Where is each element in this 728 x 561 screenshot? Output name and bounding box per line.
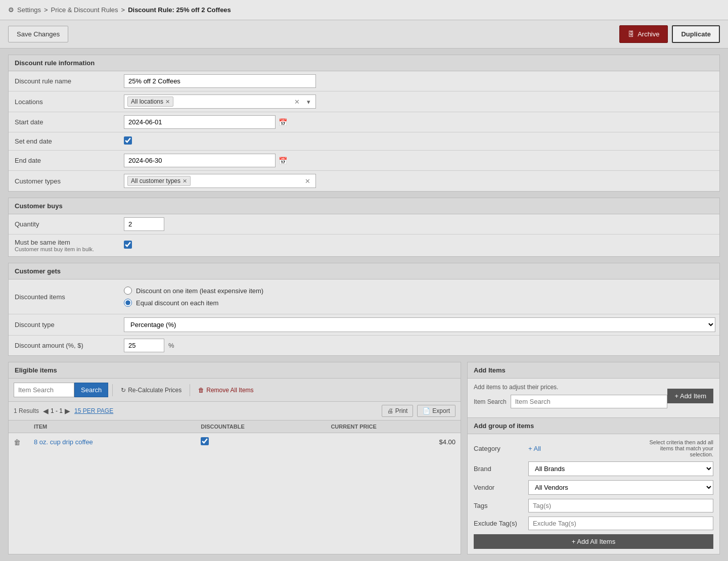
item-price: $4.00	[326, 433, 461, 451]
locations-dropdown[interactable]: ▾	[305, 98, 312, 106]
discountable-checkbox[interactable]	[201, 437, 209, 445]
eligible-items-section: Eligible items Search ↻ Re-Calculate Pri…	[8, 362, 461, 554]
search-wrapper: Search	[14, 383, 108, 397]
select-criteria-text: Select criteria then add all items that …	[643, 439, 713, 457]
radio-1-label: Discount on one item (least expensive it…	[136, 287, 263, 295]
export-button[interactable]: 📄 Export	[417, 405, 456, 417]
items-table: ITEM DISCOUNTABLE CURRENT PRICE 🗑 8 oz. …	[9, 420, 461, 451]
end-date-row: End date 📅	[9, 151, 719, 171]
discount-type-select[interactable]: Percentage (%)	[124, 317, 715, 332]
customer-buys-header: Customer buys	[9, 198, 719, 214]
exclude-tags-input[interactable]	[528, 517, 713, 530]
add-items-search-input[interactable]	[511, 395, 668, 408]
bottom-split: Eligible items Search ↻ Re-Calculate Pri…	[8, 362, 720, 554]
start-date-calendar-icon[interactable]: 📅	[279, 118, 287, 126]
discount-type-value: Percentage (%)	[120, 314, 719, 335]
print-button[interactable]: 🖨 Print	[382, 405, 414, 417]
add-item-button[interactable]: + Add Item	[667, 389, 713, 403]
exclude-tags-value	[528, 517, 713, 530]
customer-types-tag-close[interactable]: ✕	[183, 178, 187, 184]
breadcrumb-settings[interactable]: Settings	[17, 6, 41, 14]
end-date-value: 📅	[120, 151, 719, 170]
col-discountable-header: DISCOUNTABLE	[196, 420, 326, 433]
same-item-checkbox[interactable]	[124, 241, 132, 249]
add-items-search-label: Item Search	[474, 398, 507, 405]
start-date-input[interactable]	[124, 115, 276, 129]
same-item-value	[120, 238, 719, 253]
customer-gets-header: Customer gets	[9, 263, 719, 279]
add-items-top-row: Add items to adjust their prices. Item S…	[474, 384, 713, 408]
locations-tag-input[interactable]: All locations ✕ ✕ ▾	[124, 95, 316, 109]
per-page[interactable]: 15 PER PAGE	[74, 407, 113, 414]
item-search-input[interactable]	[14, 383, 74, 397]
customer-buys-section: Customer buys Quantity Must be same item…	[8, 198, 720, 257]
export-label: Export	[432, 407, 450, 414]
name-input[interactable]	[124, 74, 316, 88]
toolbar: Save Changes 🗄 Archive Duplicate	[0, 20, 728, 49]
discount-type-row: Discount type Percentage (%)	[9, 314, 719, 336]
delete-item-button[interactable]: 🗑	[14, 438, 21, 446]
item-link[interactable]: 8 oz. cup drip coffee	[34, 438, 93, 446]
same-item-sublabel: Customer must buy item in bulk.	[15, 246, 114, 252]
radio-option-2[interactable]: Equal discount on each item	[124, 299, 715, 307]
radio-option-1[interactable]: Discount on one item (least expensive it…	[124, 287, 715, 295]
recalculate-button[interactable]: ↻ Re-Calculate Prices	[117, 387, 186, 394]
toolbar-divider	[112, 384, 113, 396]
category-value: + All	[528, 445, 639, 452]
col-price-header: CURRENT PRICE	[326, 420, 461, 433]
brand-select[interactable]: All Brands	[528, 461, 713, 476]
category-label: Category	[474, 445, 524, 452]
exclude-tags-row: Exclude Tag(s)	[474, 517, 713, 530]
radio-equal-discount[interactable]	[124, 299, 132, 307]
prev-page-button[interactable]: ◀	[43, 407, 49, 415]
main-content: Discount rule information Discount rule …	[0, 49, 728, 560]
tags-row: Tags	[474, 499, 713, 512]
tags-value	[528, 499, 713, 512]
add-items-description: Add items to adjust their prices.	[474, 384, 667, 391]
archive-button[interactable]: 🗄 Archive	[619, 25, 668, 43]
print-icon: 🖨	[387, 407, 393, 414]
tags-label: Tags	[474, 502, 524, 509]
locations-clear[interactable]: ✕	[292, 98, 302, 106]
results-count: 1 Results	[14, 407, 39, 414]
category-row: Category + All Select criteria then add …	[474, 439, 713, 457]
locations-tag: All locations ✕	[127, 97, 173, 107]
tags-input[interactable]	[528, 499, 713, 512]
start-date-label: Start date	[9, 114, 120, 130]
locations-tag-close[interactable]: ✕	[165, 99, 170, 105]
save-button[interactable]: Save Changes	[8, 26, 68, 42]
eligible-items-header: Eligible items	[9, 362, 461, 379]
add-items-search-wrapper: Item Search	[474, 395, 667, 408]
recalc-icon: ↻	[121, 387, 126, 394]
add-all-items-button[interactable]: + Add All Items	[474, 534, 713, 549]
vendor-label: Vendor	[474, 484, 524, 491]
quantity-input[interactable]	[124, 217, 164, 231]
page-nav: ◀ 1 - 1 ▶	[43, 407, 70, 415]
remove-all-button[interactable]: 🗑 Remove All Items	[194, 387, 257, 394]
radio-one-item[interactable]	[124, 287, 132, 295]
customer-types-value: All customer types ✕ ✕	[120, 171, 719, 191]
brand-label: Brand	[474, 465, 524, 473]
set-end-date-checkbox[interactable]	[124, 136, 132, 145]
breadcrumb-rules[interactable]: Price & Discount Rules	[51, 6, 118, 14]
customer-types-tag-input[interactable]: All customer types ✕ ✕	[124, 174, 316, 188]
discount-amount-unit: %	[168, 342, 174, 349]
page-current: 1 - 1	[51, 407, 63, 414]
name-label: Discount rule name	[9, 73, 120, 89]
remove-all-label: Remove All Items	[206, 387, 253, 394]
end-date-calendar-icon[interactable]: 📅	[279, 157, 287, 165]
customer-types-clear[interactable]: ✕	[303, 177, 312, 185]
locations-row: Locations All locations ✕ ✕ ▾	[9, 91, 719, 112]
vendor-value: All Vendors	[528, 480, 713, 495]
breadcrumb-sep1: >	[44, 6, 48, 14]
customer-gets-section: Customer gets Discounted items Discount …	[8, 263, 720, 356]
vendor-select[interactable]: All Vendors	[528, 480, 713, 495]
search-button[interactable]: Search	[74, 383, 108, 397]
add-group-header: Add group of items	[468, 417, 719, 434]
discount-amount-input[interactable]	[124, 339, 164, 352]
category-all-link[interactable]: + All	[528, 445, 541, 452]
end-date-input[interactable]	[124, 154, 276, 167]
add-items-section: Add Items Add items to adjust their pric…	[467, 362, 720, 554]
duplicate-button[interactable]: Duplicate	[672, 25, 720, 43]
next-page-button[interactable]: ▶	[65, 407, 70, 415]
